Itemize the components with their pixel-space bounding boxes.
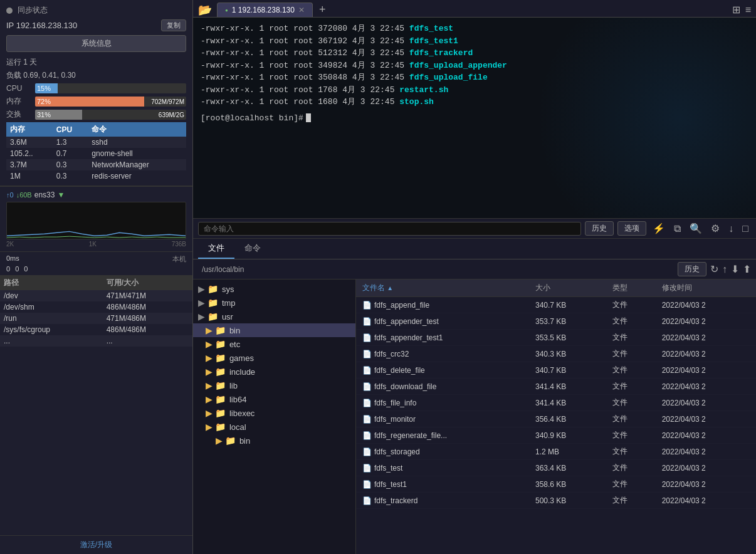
history-button[interactable]: 历史	[585, 221, 614, 236]
file-row[interactable]: 📄fdfs_test1358.6 KB文件2022/04/03 2	[356, 476, 756, 493]
net-2k-label: 2K	[6, 241, 14, 248]
file-size: 340.3 KB	[529, 346, 606, 362]
cpu-pct-text: 15%	[37, 85, 51, 92]
file-row[interactable]: 📄fdfs_appender_test1353.5 KB文件2022/04/03…	[356, 330, 756, 346]
file-row[interactable]: 📄fdfs_crc32340.3 KB文件2022/04/03 2	[356, 346, 756, 362]
latency-value: 0ms	[6, 254, 19, 264]
tree-item[interactable]: ▶ 📁include	[193, 365, 355, 379]
files-header-mtime[interactable]: 修改时间	[656, 280, 756, 297]
fm-up-icon[interactable]: ↑	[722, 264, 727, 275]
file-row[interactable]: 📄fdfs_file_info341.4 KB文件2022/04/03 2	[356, 395, 756, 411]
cpu-bar-fill: 15%	[35, 83, 58, 93]
file-row[interactable]: 📄fdfs_delete_file340.7 KB文件2022/04/03 2	[356, 362, 756, 379]
disk-row[interactable]: /run471M/486M	[0, 313, 192, 324]
search-terminal-icon[interactable]: 🔍	[687, 221, 705, 236]
file-type: 文件	[606, 444, 655, 460]
file-mtime: 2022/04/03 2	[656, 460, 756, 476]
swap-label: 交换	[6, 109, 31, 120]
tree-item[interactable]: ▶ 📁tmp	[193, 296, 355, 310]
tree-item[interactable]: ▶ 📁bin	[193, 323, 355, 337]
fm-tab-files[interactable]: 文件	[198, 239, 234, 259]
proc-row[interactable]: 3.7M0.3NetworkManager	[6, 159, 186, 170]
proc-row[interactable]: 3.6M1.3sshd	[6, 137, 186, 148]
tree-folder-icon: ▶ 📁	[206, 422, 226, 432]
command-input[interactable]	[198, 222, 581, 236]
tree-item[interactable]: ▶ 📁etc	[193, 337, 355, 351]
disk-size: 471M/486M	[103, 313, 192, 324]
tree-item[interactable]: ▶ 📁libexec	[193, 406, 355, 420]
tab-bar: 📂 ● 1 192.168.238.130 ✕ + ⊞ ≡	[193, 0, 756, 18]
tree-item[interactable]: ▶ 📁lib64	[193, 392, 355, 406]
file-row[interactable]: 📄fdfs_append_file340.7 KB文件2022/04/03 2	[356, 297, 756, 313]
fm-refresh-icon[interactable]: ↻	[710, 263, 718, 275]
tree-folder-icon: ▶ 📁	[206, 380, 226, 390]
file-row[interactable]: 📄fdfs_regenerate_file...340.9 KB文件2022/0…	[356, 427, 756, 444]
disk-row[interactable]: ......	[0, 335, 192, 347]
proc-mem: 3.6M	[6, 137, 53, 148]
net-label-row: 2K 1K 736B	[6, 241, 186, 248]
file-row[interactable]: 📄fdfs_test363.4 KB文件2022/04/03 2	[356, 460, 756, 476]
fm-history-button[interactable]: 历史	[678, 262, 706, 276]
cpu-label: CPU	[6, 84, 31, 93]
tree-item-label: local	[229, 422, 246, 432]
proc-header-cmd[interactable]: 命令	[88, 122, 186, 137]
cursor-icon	[306, 113, 311, 122]
proc-row[interactable]: 105.2..0.7gnome-shell	[6, 148, 186, 159]
file-row[interactable]: 📄fdfs_storaged1.2 MB文件2022/04/03 2	[356, 444, 756, 460]
download-terminal-icon[interactable]: ↓	[726, 222, 736, 236]
cpu-row: CPU 15%	[6, 83, 186, 93]
tab-add-button[interactable]: +	[315, 3, 330, 16]
tree-item[interactable]: ▶ 📁local	[193, 420, 355, 434]
proc-row[interactable]: 1M0.3redis-server	[6, 170, 186, 182]
proc-header-mem[interactable]: 内存	[6, 122, 53, 137]
file-row[interactable]: 📄fdfs_trackerd500.3 KB文件2022/04/03 2	[356, 493, 756, 509]
net-736b-label: 736B	[172, 241, 186, 248]
expand-terminal-icon[interactable]: □	[740, 222, 751, 236]
latency-val-0: 0	[6, 265, 10, 273]
terminal-line: -rwxr-xr-x. 1 root root 372080 4月 3 22:4…	[201, 23, 748, 35]
options-button[interactable]: 选项	[617, 221, 646, 236]
disk-header-path[interactable]: 路径	[0, 276, 103, 290]
copy-button[interactable]: 复制	[161, 19, 186, 31]
fm-download-icon[interactable]: ⬇	[731, 263, 739, 275]
tree-item[interactable]: ▶ 📁games	[193, 351, 355, 365]
grid-icon[interactable]: ⊞	[732, 4, 740, 16]
sysinfo-button[interactable]: 系统信息	[6, 35, 186, 52]
proc-header-cpu[interactable]: CPU	[53, 122, 88, 137]
file-row[interactable]: 📄fdfs_download_file341.4 KB文件2022/04/03 …	[356, 379, 756, 395]
fm-tab-commands[interactable]: 命令	[234, 239, 271, 259]
fm-upload-icon[interactable]: ⬆	[743, 263, 751, 275]
file-row[interactable]: 📄fdfs_appender_test353.7 KB文件2022/04/03 …	[356, 313, 756, 330]
tab-close-icon[interactable]: ✕	[298, 6, 305, 14]
tree-item-label: bin	[239, 436, 250, 446]
terminal-line: -rwxr-xr-x. 1 root root 367192 4月 3 22:4…	[201, 35, 748, 48]
fm-path-text: /usr/local/bin	[198, 264, 674, 275]
files-header-type[interactable]: 类型	[606, 280, 655, 297]
tree-item[interactable]: ▶ 📁bin	[193, 434, 355, 447]
left-top-section: 同步状态 IP 192.168.238.130 复制 系统信息 运行 1 天 负…	[0, 0, 192, 186]
lightning-icon[interactable]: ⚡	[650, 221, 668, 236]
tree-item[interactable]: ▶ 📁sys	[193, 282, 355, 296]
process-table: 内存 CPU 命令 3.6M1.3sshd105.2..0.7gnome-she…	[6, 122, 186, 182]
tree-item[interactable]: ▶ 📁lib	[193, 379, 355, 392]
disk-row[interactable]: /dev471M/471M	[0, 290, 192, 301]
tree-item-label: tmp	[222, 298, 236, 308]
tab-0[interactable]: ● 1 192.168.238.130 ✕	[217, 3, 313, 17]
copy-terminal-icon[interactable]: ⧉	[671, 222, 683, 236]
disk-size: 486M/486M	[103, 324, 192, 335]
uptime-text: 运行 1 天	[6, 57, 37, 68]
net-arrow-icon: ▼	[57, 191, 65, 199]
disk-row[interactable]: /dev/shm486M/486M	[0, 301, 192, 313]
tab-label-0: 1 192.168.238.130	[232, 6, 295, 14]
activate-button[interactable]: 激活/升级	[0, 535, 192, 554]
files-header-name[interactable]: 文件名 ▲	[356, 280, 529, 297]
disk-path: /dev/shm	[0, 301, 103, 313]
settings-terminal-icon[interactable]: ⚙	[708, 221, 722, 236]
tree-item[interactable]: ▶ 📁usr	[193, 310, 355, 323]
menu-icon[interactable]: ≡	[745, 4, 751, 16]
disk-row[interactable]: /sys/fs/cgroup486M/486M	[0, 324, 192, 335]
proc-cpu: 1.3	[53, 137, 88, 148]
files-header-size[interactable]: 大小	[529, 280, 606, 297]
disk-header-size[interactable]: 可用/大小	[103, 276, 192, 290]
file-row[interactable]: 📄fdfs_monitor356.4 KB文件2022/04/03 2	[356, 411, 756, 427]
